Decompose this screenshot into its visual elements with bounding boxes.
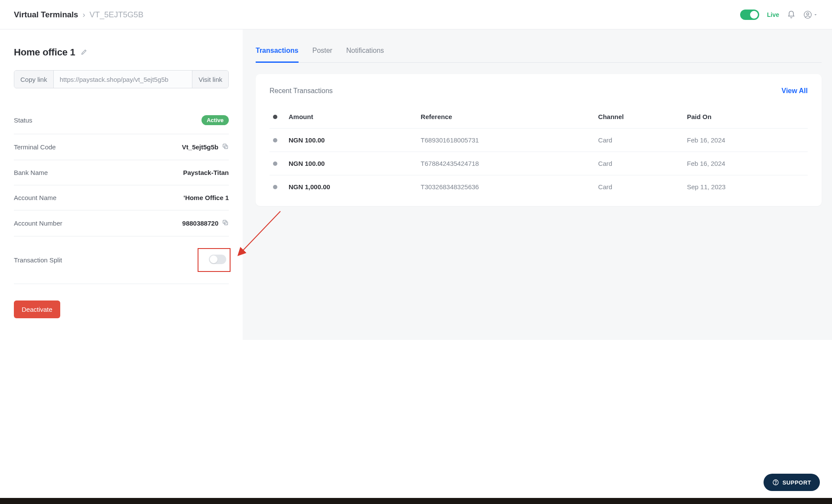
table-row[interactable]: NGN 100.00 T689301618005731 Card Feb 16,… [270,129,808,152]
deactivate-button[interactable]: Deactivate [14,300,60,318]
account-name-label: Account Name [14,194,56,201]
transaction-split-toggle[interactable] [209,255,226,264]
transaction-reference: T689301618005731 [417,129,595,152]
status-dot-icon [273,185,277,189]
table-row[interactable]: NGN 100.00 T678842435424718 Card Feb 16,… [270,152,808,175]
transactions-pane: Transactions Poster Notifications Recent… [243,29,832,340]
svg-point-1 [807,13,809,15]
terminal-code-label: Terminal Code [14,143,56,151]
transaction-channel: Card [595,175,683,199]
copy-link-button[interactable]: Copy link [14,71,54,88]
user-menu[interactable] [803,10,818,19]
live-mode-label: Live [767,11,779,18]
transaction-paid-on: Feb 16, 2024 [683,129,808,152]
bank-name-label: Bank Name [14,169,48,176]
transaction-amount: NGN 1,000.00 [285,175,417,199]
column-channel: Channel [595,105,683,129]
top-right-controls: Live [740,10,818,20]
account-name-row: Account Name 'Home Office 1 [14,185,229,210]
breadcrumb: Virtual Terminals › VT_5EJT5G5B [14,10,143,19]
tab-transactions[interactable]: Transactions [256,42,299,63]
recent-transactions-heading: Recent Transactions [270,87,333,95]
terminal-title: Home office 1 [14,47,75,58]
status-dot-icon [273,115,277,119]
status-row: Status Active [14,107,229,134]
payment-link-group: Copy link https://paystack.shop/pay/vt_5… [14,70,229,88]
visit-link-button[interactable]: Visit link [192,71,228,88]
table-row[interactable]: NGN 1,000.00 T303268348325636 Card Sep 1… [270,175,808,199]
terminal-details-pane: Home office 1 Copy link https://paystack… [0,29,243,340]
status-badge: Active [202,115,229,125]
transaction-split-label: Transaction Split [14,256,62,264]
annotation-highlight-box [198,248,231,272]
transaction-amount: NGN 100.00 [285,129,417,152]
copy-icon[interactable] [222,143,229,151]
payment-link-url[interactable]: https://paystack.shop/pay/vt_5ejt5g5b [54,71,192,88]
table-header-row: Amount Reference Channel Paid On [270,105,808,129]
tab-notifications[interactable]: Notifications [346,42,384,62]
bank-name-row: Bank Name Paystack-Titan [14,160,229,185]
transactions-table: Amount Reference Channel Paid On NGN 100… [270,105,808,198]
chevron-right-icon: › [82,10,85,19]
live-mode-toggle[interactable] [740,10,759,20]
top-bar: Virtual Terminals › VT_5EJT5G5B Live [0,0,832,29]
transaction-channel: Card [595,129,683,152]
status-label: Status [14,116,32,124]
copy-icon[interactable] [222,219,229,227]
recent-transactions-card: Recent Transactions View All Amount Refe… [256,74,822,206]
terminal-code-row: Terminal Code Vt_5ejt5g5b [14,134,229,160]
breadcrumb-root[interactable]: Virtual Terminals [14,10,78,19]
tab-poster[interactable]: Poster [312,42,332,62]
transaction-amount: NGN 100.00 [285,152,417,175]
terminal-code-value: Vt_5ejt5g5b [182,143,218,151]
status-dot-icon [273,162,277,166]
transaction-reference: T303268348325636 [417,175,595,199]
notifications-bell-icon[interactable] [787,10,796,19]
status-dot-icon [273,138,277,142]
breadcrumb-current: VT_5EJT5G5B [90,10,143,19]
transaction-paid-on: Sep 11, 2023 [683,175,808,199]
transaction-reference: T678842435424718 [417,152,595,175]
account-number-value: 9880388720 [182,220,218,227]
account-number-label: Account Number [14,220,62,227]
column-reference: Reference [417,105,595,129]
column-paid-on: Paid On [683,105,808,129]
account-name-value: 'Home Office 1 [184,194,229,201]
view-all-link[interactable]: View All [782,87,808,95]
account-number-row: Account Number 9880388720 [14,210,229,236]
tabs: Transactions Poster Notifications [256,42,822,63]
bank-name-value: Paystack-Titan [183,169,229,176]
column-amount: Amount [285,105,417,129]
page-body: Home office 1 Copy link https://paystack… [0,29,832,340]
transaction-channel: Card [595,152,683,175]
edit-icon[interactable] [81,48,88,57]
transaction-split-row: Transaction Split [14,236,229,284]
transaction-paid-on: Feb 16, 2024 [683,152,808,175]
